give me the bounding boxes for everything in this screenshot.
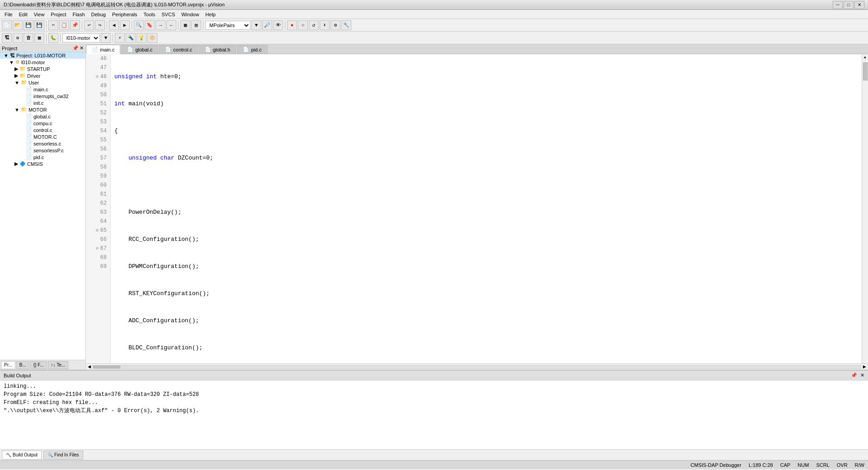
menu-item-flash[interactable]: Flash: [70, 11, 88, 18]
menu-item-file[interactable]: File: [2, 11, 15, 18]
inspect-button[interactable]: 🔎: [262, 20, 272, 30]
tree-startup[interactable]: ▶ 📁 STARTUP: [0, 66, 85, 72]
tree-label-motor: MOTOR: [28, 107, 47, 113]
indent-button[interactable]: →: [156, 20, 165, 30]
tree-compuc[interactable]: 📄 compu.c: [0, 120, 85, 127]
clean-button[interactable]: 🗑: [24, 33, 33, 43]
menu-item-help[interactable]: Help: [203, 11, 218, 18]
proj-tab-templates[interactable]: ↑↓ Te...: [48, 361, 69, 369]
menu-item-debug[interactable]: Debug: [89, 11, 108, 18]
maximize-button[interactable]: □: [844, 1, 854, 9]
h-scroll-left[interactable]: ◀: [86, 363, 93, 370]
stop-button[interactable]: ○: [298, 20, 308, 30]
tab-pidc[interactable]: 📄 pid.c: [237, 45, 267, 54]
tree-pidc[interactable]: 📄 pid.c: [0, 154, 85, 160]
flash3-button[interactable]: 💡: [137, 33, 146, 43]
scroll-up-arrow[interactable]: ▲: [862, 54, 868, 61]
cut-button[interactable]: ✂: [48, 20, 58, 30]
minimize-button[interactable]: ─: [833, 1, 843, 9]
tree-user[interactable]: ▼ 📁 User: [0, 79, 85, 86]
tree-interrupts[interactable]: 📄 interrupts_cw32: [0, 93, 85, 99]
paste-button[interactable]: 📌: [70, 20, 80, 30]
tree-cmsis[interactable]: ▶ 🔷 CMSIS: [0, 160, 85, 167]
reset-button[interactable]: ↺: [309, 20, 319, 30]
menu-item-edit[interactable]: Edit: [16, 11, 30, 18]
code-editor[interactable]: 46 47 ⊟48 49 50 51 52 53 54 55 56 57 58 …: [86, 54, 868, 363]
tab-mainc[interactable]: 📄 main.c: [86, 45, 120, 54]
tab-globalh-label: global.h: [213, 47, 231, 52]
copy-button[interactable]: 📋: [59, 20, 69, 30]
outdent-button[interactable]: ←: [166, 20, 176, 30]
scroll-thumb[interactable]: [863, 62, 868, 80]
config2-button[interactable]: 🔧: [341, 20, 351, 30]
tab-controlc[interactable]: 📄 control.c: [159, 45, 198, 54]
nav-build-output[interactable]: 🔨 Build Output: [2, 451, 42, 460]
close-build-icon[interactable]: ✕: [860, 372, 864, 378]
proj-tab-project[interactable]: Pr...: [1, 361, 15, 369]
tree-motorC[interactable]: 📄 MOTOR.C: [0, 133, 85, 140]
tree-target[interactable]: ▼ ⚙ l010-motor: [0, 59, 85, 66]
watch-button[interactable]: 👁: [273, 20, 283, 30]
settings-button[interactable]: ⚙: [330, 20, 340, 30]
undo-button[interactable]: ↩: [84, 20, 94, 30]
proj-tab-books[interactable]: B...: [16, 361, 29, 369]
scrollbar-right[interactable]: ▲: [862, 54, 868, 363]
run-button[interactable]: ●: [287, 20, 297, 30]
code-content[interactable]: unsigned int hte=0; int main(void) { uns…: [111, 54, 862, 363]
menu-item-window[interactable]: Window: [179, 11, 202, 18]
file-icon-sensorless: 📄: [26, 141, 32, 146]
nav-back-button[interactable]: ◀: [109, 20, 119, 30]
tree-label-user: User: [28, 80, 39, 85]
tree-controlc[interactable]: 📄 control.c: [0, 127, 85, 133]
folder-icon-driver: 📁: [19, 73, 26, 79]
flash4-button[interactable]: 🔆: [147, 33, 157, 43]
rw-label: R/W: [855, 462, 864, 468]
flash2-button[interactable]: 🔦: [126, 33, 136, 43]
build-button[interactable]: 🏗: [2, 33, 12, 43]
menu-item-project[interactable]: Project: [48, 11, 69, 18]
menu-item-view[interactable]: View: [31, 11, 47, 18]
close-button[interactable]: ✕: [854, 1, 864, 9]
menu-item-svcs[interactable]: SVCS: [159, 11, 178, 18]
tree-driver[interactable]: ▶ 📁 Driver: [0, 72, 85, 79]
tree-motor[interactable]: ▼ 📁 MOTOR: [0, 106, 85, 113]
proj-tab-funcs[interactable]: {} F...: [30, 361, 47, 369]
save-button[interactable]: 💾: [24, 20, 33, 30]
close-panel-icon[interactable]: ✕: [80, 45, 84, 51]
h-scrollbar[interactable]: ◀ ▶: [86, 363, 868, 370]
bookmark-button[interactable]: 🔖: [145, 20, 155, 30]
pin-icon[interactable]: 📌: [72, 45, 79, 51]
search-button[interactable]: 🔍: [134, 20, 144, 30]
proj-drop-button[interactable]: ▼: [101, 33, 111, 43]
tree-initc[interactable]: 📄 init.c: [0, 99, 85, 106]
open-file-button[interactable]: 📂: [13, 20, 23, 30]
download-button[interactable]: ⬇: [320, 20, 330, 30]
tree-sensorlessP[interactable]: 📄 sensorlessP.c: [0, 147, 85, 154]
mpolepairs-combo[interactable]: MPolePairs: [205, 21, 250, 30]
tree-sensorless[interactable]: 📄 sensorless.c: [0, 140, 85, 147]
col2-button[interactable]: ▤: [191, 20, 201, 30]
col-button[interactable]: ▦: [180, 20, 190, 30]
tree-project-root[interactable]: ▼ 🏗 Project: L010-MOTOR: [0, 52, 85, 59]
nav-fwd-button[interactable]: ▶: [120, 20, 130, 30]
nav-find-files[interactable]: 🔍 Find In Files: [43, 451, 83, 460]
tree-globalc[interactable]: 📄 global.c: [0, 113, 85, 120]
flash1-button[interactable]: ⚡: [115, 33, 125, 43]
h-scroll-thumb[interactable]: [93, 366, 120, 368]
new-file-button[interactable]: 📄: [2, 20, 12, 30]
redo-button[interactable]: ↪: [95, 20, 105, 30]
debug-icon[interactable]: 🐛: [48, 33, 58, 43]
pin-build-icon[interactable]: 📌: [851, 372, 857, 378]
combo-drop-button[interactable]: ▼: [251, 20, 261, 30]
save-all-button[interactable]: 💾: [34, 20, 44, 30]
h-scroll-track[interactable]: [93, 365, 861, 369]
h-scroll-right[interactable]: ▶: [861, 363, 868, 370]
tab-globalc[interactable]: 📄 global.c: [121, 45, 158, 54]
tab-globalh[interactable]: 📄 global.h: [199, 45, 236, 54]
project-combo[interactable]: l010-motor: [62, 33, 100, 42]
rebuild-button[interactable]: ♻: [13, 33, 23, 43]
batch-button[interactable]: ▦: [34, 33, 44, 43]
tree-mainc[interactable]: 📄 main.c: [0, 86, 85, 93]
menu-item-tools[interactable]: Tools: [141, 11, 158, 18]
menu-item-peripherals[interactable]: Peripherals: [109, 11, 140, 18]
